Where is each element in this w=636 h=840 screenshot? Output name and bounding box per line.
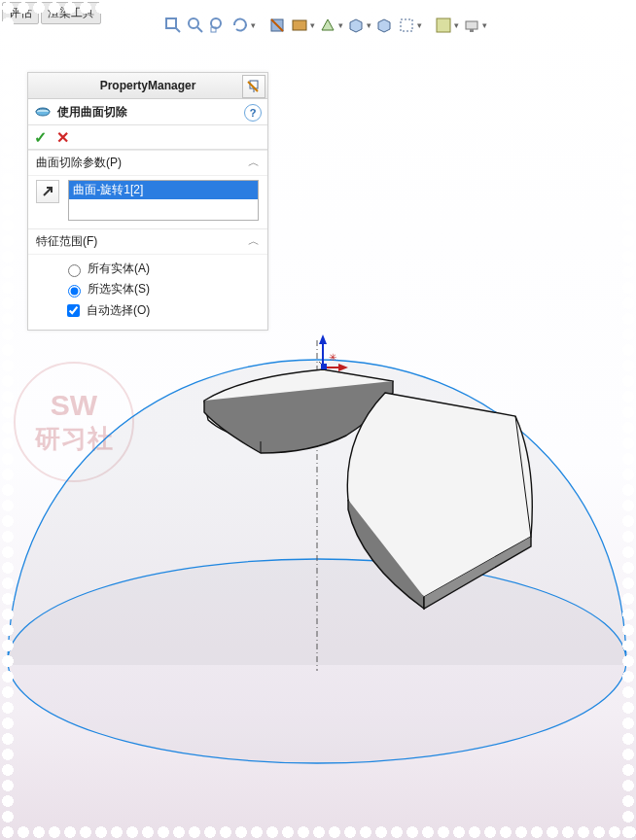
list-item[interactable]: 曲面-旋转1[2] bbox=[69, 181, 258, 199]
section-scope-header[interactable]: 特征范围(F) ︿ bbox=[28, 228, 267, 255]
magnifier-icon[interactable] bbox=[186, 16, 205, 35]
svg-marker-9 bbox=[319, 334, 327, 344]
svg-marker-11 bbox=[338, 364, 348, 371]
section-params-body: 曲面-旋转1[2] bbox=[28, 176, 267, 228]
svg-point-16 bbox=[189, 18, 198, 28]
surface-cut-icon bbox=[34, 102, 52, 122]
section-params-header[interactable]: 曲面切除参数(P) ︿ bbox=[28, 150, 267, 176]
svg-rect-22 bbox=[293, 20, 306, 30]
pm-header-title: PropertyManager bbox=[100, 79, 196, 92]
shaded-edges-icon[interactable] bbox=[318, 16, 337, 35]
box2-icon[interactable] bbox=[374, 16, 394, 35]
tab-render-tools[interactable]: 渲染工具 bbox=[41, 2, 101, 24]
ok-cancel-row: ✓ ✕ bbox=[28, 125, 267, 150]
scene-icon[interactable] bbox=[434, 16, 453, 35]
chevron-up-icon: ︿ bbox=[248, 155, 260, 171]
light-icon[interactable] bbox=[462, 16, 481, 35]
svg-rect-27 bbox=[470, 29, 474, 32]
section-view-icon[interactable] bbox=[267, 16, 287, 35]
magnifier-area-icon[interactable] bbox=[208, 16, 228, 35]
feature-title-row: 使用曲面切除 ? bbox=[28, 99, 267, 125]
pin-icon[interactable] bbox=[242, 75, 265, 98]
section-params-title: 曲面切除参数(P) bbox=[36, 155, 122, 171]
svg-line-17 bbox=[197, 27, 202, 32]
radio-selected-bodies-label: 所选实体(S) bbox=[88, 281, 150, 298]
svg-rect-26 bbox=[466, 21, 477, 29]
origin-triad: ✳ bbox=[311, 334, 350, 381]
display-style-icon[interactable] bbox=[290, 16, 309, 35]
box-icon[interactable] bbox=[346, 16, 366, 35]
svg-rect-12 bbox=[321, 364, 327, 369]
checkbox-auto-select-input[interactable] bbox=[67, 304, 80, 317]
heads-up-view-toolbar: ▾ ▾ ▾ ▾ ▾ ▾ ▾ bbox=[163, 16, 626, 35]
svg-rect-14 bbox=[166, 18, 176, 28]
ok-button[interactable]: ✓ bbox=[34, 128, 47, 147]
section-scope-title: 特征范围(F) bbox=[36, 233, 97, 250]
feature-name: 使用曲面切除 bbox=[57, 104, 127, 121]
radio-selected-bodies-input[interactable] bbox=[68, 285, 81, 298]
property-manager-header: PropertyManager bbox=[28, 73, 267, 99]
svg-rect-25 bbox=[437, 18, 450, 32]
property-manager-panel: PropertyManager 使用曲面切除 ? ✓ ✕ 曲面切除参数(P) ︿… bbox=[27, 72, 268, 331]
rotate-view-icon[interactable] bbox=[230, 16, 250, 35]
flip-direction-icon[interactable] bbox=[36, 180, 59, 203]
section-scope-body: 所有实体(A) 所选实体(S) 自动选择(O) bbox=[28, 255, 267, 330]
tab-evaluate[interactable]: 评估 bbox=[2, 2, 39, 24]
svg-line-32 bbox=[44, 188, 52, 195]
checkbox-auto-select[interactable]: 自动选择(O) bbox=[63, 299, 260, 322]
zoom-to-fit-icon[interactable] bbox=[163, 16, 183, 35]
help-icon[interactable]: ? bbox=[244, 104, 262, 122]
cancel-button[interactable]: ✕ bbox=[56, 128, 69, 147]
selection-listbox[interactable]: 曲面-旋转1[2] bbox=[68, 180, 259, 221]
radio-all-bodies-label: 所有实体(A) bbox=[88, 261, 150, 277]
radio-selected-bodies[interactable]: 所选实体(S) bbox=[63, 279, 260, 299]
radio-all-bodies[interactable]: 所有实体(A) bbox=[63, 259, 260, 279]
radio-all-bodies-input[interactable] bbox=[68, 264, 81, 277]
chevron-up-icon: ︿ bbox=[248, 233, 260, 250]
svg-marker-23 bbox=[322, 19, 334, 30]
svg-line-15 bbox=[175, 27, 180, 32]
hidden-lines-icon[interactable] bbox=[397, 16, 416, 35]
ribbon-tabs: 评估 渲染工具 bbox=[2, 2, 103, 24]
svg-text:✳: ✳ bbox=[329, 352, 336, 363]
svg-rect-24 bbox=[401, 19, 412, 31]
checkbox-auto-select-label: 自动选择(O) bbox=[87, 302, 150, 319]
